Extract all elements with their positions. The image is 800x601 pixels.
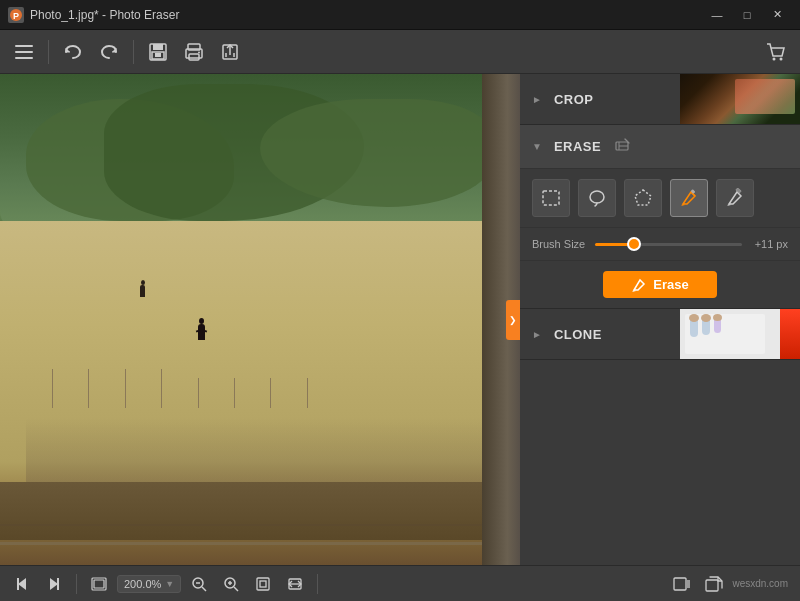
window-controls: — □ ✕ — [702, 5, 792, 25]
svg-point-17 — [780, 57, 783, 60]
svg-point-12 — [198, 51, 200, 53]
brush-size-label: Brush Size — [532, 238, 585, 250]
title-bar-left: P Photo_1.jpg* - Photo Eraser — [8, 7, 179, 23]
svg-rect-2 — [15, 45, 33, 47]
erase-tool-buttons — [520, 169, 800, 228]
close-button[interactable]: ✕ — [762, 5, 792, 25]
svg-line-38 — [234, 587, 238, 591]
minimize-button[interactable]: — — [702, 5, 732, 25]
share-button[interactable] — [214, 36, 246, 68]
crop-section-header[interactable]: ► CROP — [520, 74, 800, 124]
crop-thumbnail — [680, 74, 800, 124]
svg-rect-3 — [15, 51, 33, 53]
svg-marker-28 — [50, 578, 58, 590]
svg-rect-40 — [260, 581, 266, 587]
brush-slider-container — [595, 236, 742, 252]
zoom-out-button[interactable] — [185, 570, 213, 598]
clone-section-title: CLONE — [554, 327, 602, 342]
next-photo-button[interactable] — [40, 570, 68, 598]
brush-size-value: +11 px — [752, 238, 788, 250]
erase-section: ▼ ERASE — [520, 125, 800, 309]
svg-rect-4 — [15, 57, 33, 59]
print-button[interactable] — [178, 36, 210, 68]
fit-page-button[interactable] — [249, 570, 277, 598]
clone-arrow-icon: ► — [532, 329, 542, 340]
add-to-project-button[interactable] — [668, 570, 696, 598]
crop-arrow-icon: ► — [532, 94, 542, 105]
prev-photo-button[interactable] — [8, 570, 36, 598]
erase-tool-icon — [615, 138, 631, 152]
crop-section: ► CROP — [520, 74, 800, 125]
toolbar — [0, 30, 800, 74]
photo-background — [0, 74, 520, 565]
save-button[interactable] — [142, 36, 174, 68]
maximize-button[interactable]: □ — [732, 5, 762, 25]
svg-rect-6 — [153, 44, 163, 50]
svg-rect-11 — [189, 54, 199, 60]
svg-rect-31 — [94, 580, 104, 588]
zoom-display[interactable]: 200.0% ▼ — [117, 575, 181, 593]
redo-button[interactable] — [93, 36, 125, 68]
pen-tool[interactable] — [670, 179, 708, 217]
svg-marker-26 — [18, 578, 26, 590]
zoom-dropdown-icon: ▼ — [165, 579, 174, 589]
erase-button-row: Erase — [520, 261, 800, 308]
svg-point-16 — [773, 57, 776, 60]
polygon-tool[interactable] — [624, 179, 662, 217]
clone-thumbnail — [680, 309, 800, 359]
panel-expand-handle[interactable]: ❯ — [506, 300, 520, 340]
cart-button[interactable] — [760, 36, 792, 68]
toolbar-separator-1 — [48, 40, 49, 64]
toolbar-separator-2 — [133, 40, 134, 64]
erase-button[interactable]: Erase — [603, 271, 716, 298]
toolbar-right — [760, 36, 792, 68]
fit-width-button[interactable] — [281, 570, 309, 598]
bottom-sep-1 — [76, 574, 77, 594]
svg-point-22 — [590, 191, 604, 203]
right-panel: ► CROP ▼ ERASE — [520, 74, 800, 565]
zoom-value: 200.0% — [124, 578, 161, 590]
watermark-text: wesxdn.com — [732, 578, 788, 589]
bottom-sep-2 — [317, 574, 318, 594]
export-button[interactable] — [700, 570, 728, 598]
frame-view-button[interactable] — [85, 570, 113, 598]
bottom-bar: 200.0% ▼ — [0, 565, 800, 601]
eraser-pen-tool[interactable] — [716, 179, 754, 217]
erase-button-icon — [631, 278, 647, 292]
svg-rect-48 — [706, 580, 718, 591]
window-title: Photo_1.jpg* - Photo Eraser — [30, 8, 179, 22]
rect-select-tool[interactable] — [532, 179, 570, 217]
svg-rect-27 — [17, 578, 19, 590]
svg-text:P: P — [13, 11, 19, 21]
erase-section-title: ERASE — [554, 139, 601, 154]
bottom-right: wesxdn.com — [668, 570, 792, 598]
brush-size-row: Brush Size +11 px — [520, 228, 800, 261]
canvas-area[interactable] — [0, 74, 520, 565]
erase-button-label: Erase — [653, 277, 688, 292]
clone-section-header[interactable]: ► CLONE — [520, 309, 800, 359]
lasso-tool[interactable] — [578, 179, 616, 217]
svg-rect-21 — [543, 191, 559, 205]
title-bar: P Photo_1.jpg* - Photo Eraser — □ ✕ — [0, 0, 800, 30]
crop-section-title: CROP — [554, 92, 594, 107]
svg-line-34 — [202, 587, 206, 591]
svg-rect-29 — [57, 578, 59, 590]
panel-spacer — [520, 360, 800, 565]
svg-rect-39 — [257, 578, 269, 590]
erase-section-header[interactable]: ▼ ERASE — [520, 125, 800, 169]
undo-button[interactable] — [57, 36, 89, 68]
menu-button[interactable] — [8, 36, 40, 68]
zoom-in-button[interactable] — [217, 570, 245, 598]
brush-size-slider[interactable] — [595, 243, 742, 246]
svg-rect-8 — [155, 53, 161, 57]
svg-rect-43 — [674, 578, 686, 590]
clone-section: ► CLONE — [520, 309, 800, 360]
main-content: ❯ ► CROP ▼ ERASE — [0, 74, 800, 565]
app-icon: P — [8, 7, 24, 23]
